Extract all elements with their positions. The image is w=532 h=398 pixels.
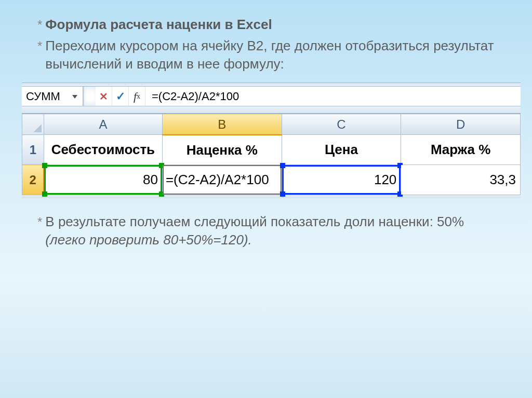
col-header-B[interactable]: B	[162, 114, 282, 135]
title-line: * Формула расчета наценки в Excel	[37, 16, 501, 34]
row-header-1[interactable]: 1	[22, 135, 44, 165]
cell-B1[interactable]: Наценка %	[162, 135, 282, 165]
cell-D1[interactable]: Маржа %	[401, 135, 521, 165]
name-box-value: СУММ	[26, 90, 60, 103]
result-line: * В результате получаем следующий показа…	[37, 213, 501, 249]
enter-icon[interactable]: ✓	[112, 87, 129, 106]
cell-A1[interactable]: Себестоимость	[44, 135, 162, 165]
table-row: 2 80 =(C2-A2)/A2*100 120 33,3	[22, 165, 521, 195]
cell-B2-value: =(C2-A2)/A2*100	[166, 172, 269, 187]
cell-D2[interactable]: 33,3	[401, 165, 521, 195]
col-header-D[interactable]: D	[401, 114, 521, 135]
intro-line: * Переходим курсором на ячейку B2, где д…	[37, 37, 501, 73]
result-text: В результате получаем следующий показате…	[45, 213, 501, 249]
formula-input[interactable]: =(C2-A2)/A2*100	[145, 87, 521, 106]
cell-C2[interactable]: 120	[282, 165, 401, 195]
formula-bar: СУММ ✕ ✓ fx =(C2-A2)/A2*100	[22, 87, 521, 106]
col-header-C[interactable]: C	[282, 114, 401, 135]
spreadsheet-grid: A B C D 1 Себестоимость Наценка % Цена М…	[22, 114, 521, 195]
name-box[interactable]: СУММ	[22, 87, 83, 106]
excel-screenshot: СУММ ✕ ✓ fx =(C2-A2)/A2*100 A B C D 1 Се…	[22, 83, 521, 198]
ribbon-strip	[22, 83, 521, 87]
formula-bar-separator	[83, 87, 96, 106]
table-row: 1 Себестоимость Наценка % Цена Маржа %	[22, 135, 521, 165]
cell-A2[interactable]: 80	[44, 165, 162, 195]
name-box-dropdown-icon[interactable]	[70, 92, 79, 101]
result-italic: (легко проверить 80+50%=120).	[45, 232, 251, 248]
cell-C1[interactable]: Цена	[282, 135, 401, 165]
ribbon-gap	[22, 106, 521, 114]
bullet-asterisk: *	[37, 38, 42, 54]
cell-A2-value: 80	[143, 172, 158, 187]
bullet-asterisk: *	[37, 17, 42, 33]
select-all-corner[interactable]	[22, 114, 44, 135]
excel-bottom-strip	[22, 195, 521, 198]
bullet-asterisk: *	[37, 214, 42, 230]
cancel-icon[interactable]: ✕	[96, 87, 112, 106]
cell-B2[interactable]: =(C2-A2)/A2*100	[162, 165, 282, 195]
slide-title: Формула расчета наценки в Excel	[45, 16, 272, 34]
row-header-2[interactable]: 2	[22, 165, 44, 195]
result-lead: В результате получаем следующий показате…	[45, 214, 464, 229]
cell-C2-value: 120	[374, 172, 396, 187]
intro-text: Переходим курсором на ячейку B2, где дол…	[45, 37, 501, 73]
cell-D2-value: 33,3	[489, 172, 516, 187]
col-header-A[interactable]: A	[44, 114, 162, 135]
fx-icon[interactable]: fx	[129, 87, 145, 106]
